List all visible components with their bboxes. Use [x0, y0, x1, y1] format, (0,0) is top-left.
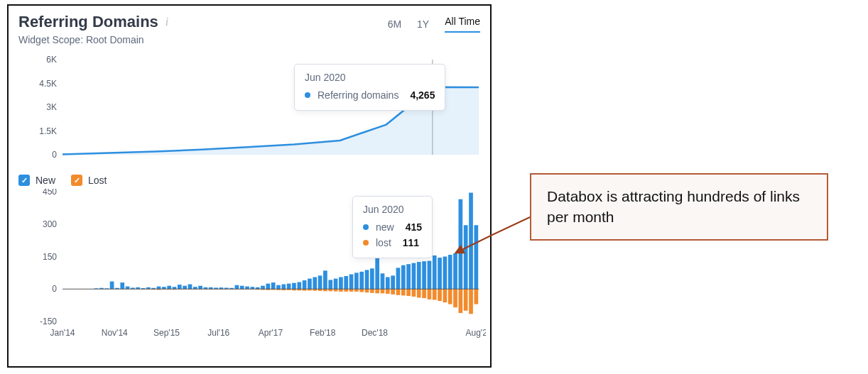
- area-chart-tooltip: Jun 2020 Referring domains 4,265: [294, 64, 445, 111]
- svg-text:Apr'17: Apr'17: [259, 328, 283, 338]
- svg-rect-118: [391, 289, 395, 295]
- svg-rect-132: [428, 289, 432, 299]
- legend-new-label: New: [36, 175, 55, 186]
- widget-header: Referring Domains i Widget Scope: Root D…: [18, 13, 480, 45]
- bar-chart-tooltip: Jun 2020 new 415 lost 111: [352, 196, 433, 258]
- svg-rect-116: [386, 289, 390, 294]
- info-icon[interactable]: i: [166, 16, 168, 28]
- svg-text:Aug'20: Aug'20: [466, 328, 487, 338]
- svg-rect-39: [188, 285, 192, 290]
- svg-rect-149: [474, 225, 478, 289]
- svg-text:450: 450: [43, 189, 57, 197]
- svg-rect-125: [412, 263, 416, 290]
- svg-rect-120: [396, 289, 401, 295]
- referring-domains-area-chart[interactable]: 01.5K3K4.5K6K Jun 2020 Referring domains…: [31, 55, 480, 162]
- range-6m[interactable]: 6M: [388, 18, 401, 30]
- svg-rect-96: [334, 289, 338, 291]
- svg-rect-31: [167, 286, 171, 290]
- svg-rect-101: [349, 275, 354, 290]
- svg-rect-57: [235, 285, 239, 289]
- svg-rect-143: [459, 199, 463, 290]
- tooltip-new-value: 415: [406, 219, 422, 235]
- svg-rect-138: [443, 289, 447, 302]
- svg-rect-43: [198, 286, 202, 290]
- svg-rect-141: [453, 253, 457, 289]
- svg-rect-131: [428, 261, 432, 290]
- svg-text:150: 150: [43, 252, 57, 262]
- svg-rect-35: [178, 285, 182, 289]
- svg-rect-112: [375, 289, 379, 293]
- tooltip-value: 4,265: [410, 87, 435, 103]
- svg-rect-148: [469, 289, 473, 314]
- svg-rect-103: [354, 273, 359, 289]
- svg-rect-114: [381, 289, 385, 293]
- svg-rect-108: [365, 289, 369, 292]
- svg-rect-95: [334, 279, 338, 290]
- bar-chart-legend: ✓ New ✓ Lost: [18, 175, 480, 186]
- svg-rect-115: [386, 277, 390, 289]
- dot-icon: [363, 240, 369, 246]
- tooltip-lost-value: 111: [403, 235, 419, 251]
- svg-rect-85: [308, 279, 312, 290]
- svg-text:-150: -150: [40, 317, 57, 326]
- svg-rect-17: [120, 282, 124, 289]
- svg-rect-150: [474, 289, 478, 304]
- svg-text:300: 300: [43, 219, 57, 229]
- dot-icon: [363, 224, 369, 230]
- svg-rect-146: [464, 289, 468, 311]
- svg-rect-89: [318, 275, 322, 289]
- svg-rect-27: [157, 287, 161, 290]
- svg-rect-145: [464, 225, 468, 289]
- svg-text:Nov'14: Nov'14: [102, 328, 128, 338]
- svg-rect-111: [375, 254, 379, 289]
- widget-title: Referring Domains: [18, 13, 158, 31]
- range-1y[interactable]: 1Y: [417, 18, 429, 30]
- legend-lost-label: Lost: [88, 175, 107, 186]
- svg-text:Feb'18: Feb'18: [310, 328, 336, 338]
- svg-text:Dec'18: Dec'18: [362, 328, 388, 338]
- svg-rect-110: [370, 289, 374, 292]
- svg-rect-134: [433, 289, 437, 299]
- svg-text:Sep'15: Sep'15: [153, 328, 180, 338]
- svg-rect-73: [276, 285, 281, 289]
- svg-rect-104: [354, 289, 359, 292]
- svg-rect-98: [339, 289, 343, 292]
- svg-text:6K: 6K: [46, 55, 57, 65]
- svg-rect-81: [297, 282, 301, 289]
- svg-rect-135: [438, 258, 442, 289]
- svg-rect-61: [245, 287, 249, 290]
- svg-rect-69: [266, 284, 270, 290]
- tooltip-date: Jun 2020: [363, 204, 422, 215]
- svg-rect-147: [469, 193, 473, 290]
- svg-rect-109: [370, 268, 374, 289]
- dot-icon: [305, 92, 310, 98]
- svg-rect-91: [323, 270, 327, 289]
- svg-rect-129: [422, 261, 426, 289]
- legend-new-checkbox[interactable]: ✓ New: [18, 175, 55, 186]
- svg-rect-75: [281, 285, 286, 290]
- tooltip-new-label: new: [376, 219, 394, 235]
- svg-rect-67: [261, 286, 265, 290]
- svg-rect-128: [417, 289, 421, 297]
- checkbox-icon: ✓: [18, 175, 30, 186]
- svg-rect-100: [344, 289, 348, 292]
- new-lost-bar-chart[interactable]: -1500150300450Jan'14Nov'14Sep'15Jul'16Ap…: [31, 189, 480, 341]
- svg-rect-122: [401, 289, 406, 295]
- svg-rect-142: [453, 289, 457, 307]
- range-all[interactable]: All Time: [445, 16, 480, 33]
- svg-rect-119: [396, 268, 401, 289]
- svg-rect-124: [406, 289, 411, 296]
- annotation-text: Databox is attracting hundreds of links …: [547, 188, 800, 225]
- legend-lost-checkbox[interactable]: ✓ Lost: [71, 175, 107, 186]
- svg-rect-93: [328, 280, 332, 289]
- svg-rect-97: [339, 277, 343, 289]
- tooltip-series-label: Referring domains: [318, 87, 398, 103]
- svg-rect-79: [292, 283, 296, 290]
- svg-text:3K: 3K: [46, 102, 57, 112]
- svg-rect-113: [381, 273, 385, 289]
- referring-domains-widget: Referring Domains i Widget Scope: Root D…: [7, 4, 492, 368]
- svg-rect-105: [359, 272, 364, 289]
- svg-rect-140: [448, 289, 452, 304]
- svg-rect-102: [349, 289, 354, 292]
- tooltip-lost-label: lost: [376, 235, 391, 251]
